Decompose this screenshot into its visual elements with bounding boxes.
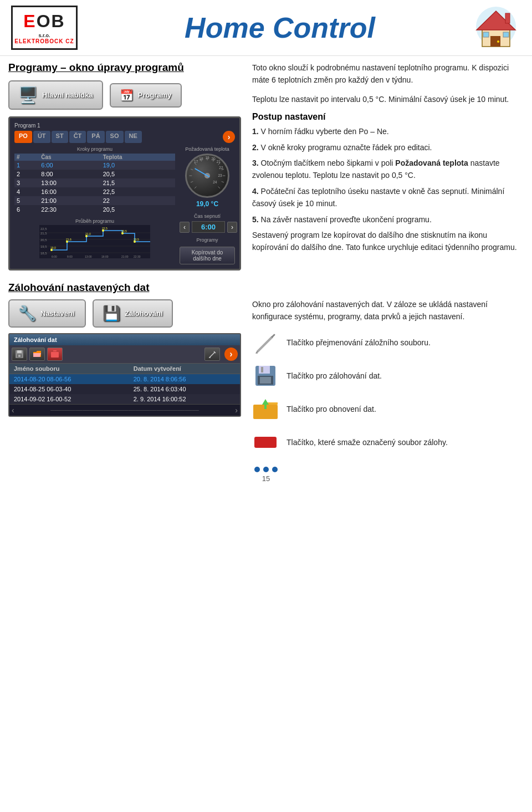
row-num: 1 <box>14 161 39 170</box>
nav-buttons: 🖥️ Hlavní nabídka 📅 Programy <box>8 80 241 110</box>
table-row[interactable]: 4 16:00 22,5 <box>14 187 175 196</box>
backup-button[interactable]: 💾 Zálohování <box>93 299 173 328</box>
legend-item-floppy: Tlačítko pro zálohování dat. <box>252 362 524 389</box>
file-date: 20. 8. 2014 8:06:56 <box>129 374 240 385</box>
dot-2 <box>263 467 269 472</box>
backup-section: Zálohování nastavených dat 🔧 Nastavení 💾… <box>8 282 241 417</box>
svg-line-37 <box>191 181 193 182</box>
svg-text:22,5: 22,5 <box>102 227 108 230</box>
day-tab-st[interactable]: ST <box>52 131 68 143</box>
backup-toolbar: › <box>9 345 240 364</box>
header: EOB s.r.o. ELEKTROBOCK CZ Home Control <box>0 0 532 56</box>
wrench-icon: 🔧 <box>18 305 36 322</box>
table-row[interactable]: 2014-08-20 08-06-56 20. 8. 2014 8:06:56 <box>9 374 240 385</box>
svg-rect-5 <box>483 32 489 37</box>
row-time: 8:00 <box>39 170 100 178</box>
svg-text:20,5: 20,5 <box>134 238 139 241</box>
scroll-left-arrow[interactable]: ‹ <box>12 406 14 415</box>
day-tab-po[interactable]: PO <box>14 131 32 143</box>
svg-line-39 <box>191 169 193 170</box>
day-tab-ut[interactable]: ÚT <box>33 131 50 143</box>
backup-right: Okno pro zálohování nastavených dat. V z… <box>252 298 524 456</box>
day-tab-ne[interactable]: NE <box>125 131 142 143</box>
backup-label: Zálohování <box>125 309 163 318</box>
copy-section: Programy Kopírovat do dalšího dne <box>180 237 235 264</box>
programs-button[interactable]: 📅 Programy <box>110 83 182 108</box>
svg-text:19,5: 19,5 <box>40 245 47 248</box>
table-row[interactable]: 6 22:30 20,5 <box>14 205 175 214</box>
program-screen: Program 1 PO ÚT ST ČT PÁ SO NE › Kroky p… <box>8 116 241 270</box>
day-tab-pa[interactable]: PÁ <box>87 131 104 143</box>
scroll-right-btn[interactable]: › <box>223 131 235 143</box>
day-tabs: PO ÚT ST ČT PÁ SO NE › <box>14 131 235 143</box>
row-time: 6:00 <box>39 161 100 170</box>
monitor-icon: 🖥️ <box>18 86 38 104</box>
right-column: Toto okno slouží k podrobnému nastavení … <box>252 62 524 456</box>
svg-marker-64 <box>209 352 215 358</box>
prog-right: Požadovaná teplota <box>180 146 235 264</box>
list-item: 2. V okně kroky programu označte řádek p… <box>252 141 524 154</box>
svg-text:22: 22 <box>219 166 223 170</box>
col-temp: Teplota <box>101 154 175 161</box>
svg-rect-78 <box>254 437 277 448</box>
table-row[interactable]: 2014-09-02 16-00-52 2. 9. 2014 16:00:52 <box>9 394 240 404</box>
file-date: 25. 8. 2014 6:03:40 <box>129 384 240 394</box>
floppy-icon <box>252 362 279 389</box>
table-row[interactable]: 1 6:00 19,0 <box>14 161 175 170</box>
programs-label: Programy <box>138 91 172 99</box>
pencil-legend-text: Tlačítko přejmenování záložního souboru. <box>287 338 431 347</box>
file-name: 2014-09-02 16-00-52 <box>9 394 129 404</box>
folder-open-btn[interactable] <box>29 348 45 361</box>
svg-text:22,5: 22,5 <box>40 227 47 231</box>
row-temp: 20,5 <box>101 170 175 178</box>
programs-label-inner: Programy <box>180 237 235 243</box>
time-decrement-btn[interactable]: ‹ <box>180 222 190 233</box>
backup-scrollbar: ‹ ──────────────────────────────────────… <box>9 404 240 416</box>
settings-label: Nastavení <box>40 309 74 318</box>
delete-legend-text: Tlačítko, které smaže označený soubor zá… <box>287 438 448 447</box>
row-num: 6 <box>14 205 39 214</box>
svg-rect-6 <box>503 32 509 37</box>
list-item: 3. Otočným tlačítkem nebo šipkami v poli… <box>252 157 524 182</box>
delete-btn[interactable] <box>47 348 63 361</box>
row-temp: 22 <box>101 196 175 205</box>
main-menu-button[interactable]: 🖥️ Hlavní nabídka <box>8 80 103 110</box>
folder-legend-text: Tlačítko pro obnovení dat. <box>287 405 376 413</box>
footer: 15 <box>0 461 532 488</box>
chart-section: Průběh programu 18,5 19,5 20,5 <box>14 218 175 259</box>
time-increment-btn[interactable]: › <box>227 222 237 233</box>
row-num: 2 <box>14 170 39 178</box>
rename-btn[interactable] <box>204 348 220 361</box>
temperature-dial[interactable]: 17 18 19 20 21 22 23 24 <box>185 154 229 198</box>
list-item: 1. V horním řádku vyberte den Po – Ne. <box>252 125 524 137</box>
svg-rect-7 <box>505 13 510 23</box>
file-name: 2014-08-20 08-06-56 <box>9 374 129 385</box>
backup-desc: Okno pro zálohování nastavených dat. V z… <box>252 298 524 323</box>
prog-footer-label: Průběh programu <box>14 218 175 224</box>
logo: EOB s.r.o. ELEKTROBOCK CZ <box>11 6 78 50</box>
settings-button[interactable]: 🔧 Nastavení <box>8 299 86 328</box>
main-content: Programy – okno úpravy programů 🖥️ Hlavn… <box>0 56 532 461</box>
svg-line-49 <box>195 168 209 177</box>
copy-day-button[interactable]: Kopírovat do dalšího dne <box>180 247 235 264</box>
table-row[interactable]: 2 8:00 20,5 <box>14 170 175 178</box>
svg-text:22:30: 22:30 <box>134 255 141 258</box>
svg-rect-61 <box>18 355 21 357</box>
scroll-right-arrow[interactable]: › <box>235 406 238 415</box>
calendar-icon: 📅 <box>120 89 134 102</box>
day-tab-so[interactable]: SO <box>106 131 124 143</box>
svg-rect-72 <box>259 366 270 374</box>
floppy-save-btn[interactable] <box>12 348 27 361</box>
svg-line-68 <box>272 335 274 337</box>
nav-arrow-btn[interactable]: › <box>224 348 238 361</box>
row-time: 22:30 <box>39 205 100 214</box>
table-row[interactable]: 3 13:00 21,5 <box>14 178 175 187</box>
file-date: 2. 9. 2014 16:00:52 <box>129 394 240 404</box>
row-time: 13:00 <box>39 178 100 187</box>
table-row[interactable]: 2014-08-25 06-03-40 25. 8. 2014 6:03:40 <box>9 384 240 394</box>
backup-title: Zálohování nastavených dat <box>8 282 241 294</box>
file-name: 2014-08-25 06-03-40 <box>9 384 129 394</box>
day-tab-ct[interactable]: ČT <box>69 131 86 143</box>
svg-text:17: 17 <box>194 160 198 164</box>
table-row[interactable]: 5 21:00 22 <box>14 196 175 205</box>
